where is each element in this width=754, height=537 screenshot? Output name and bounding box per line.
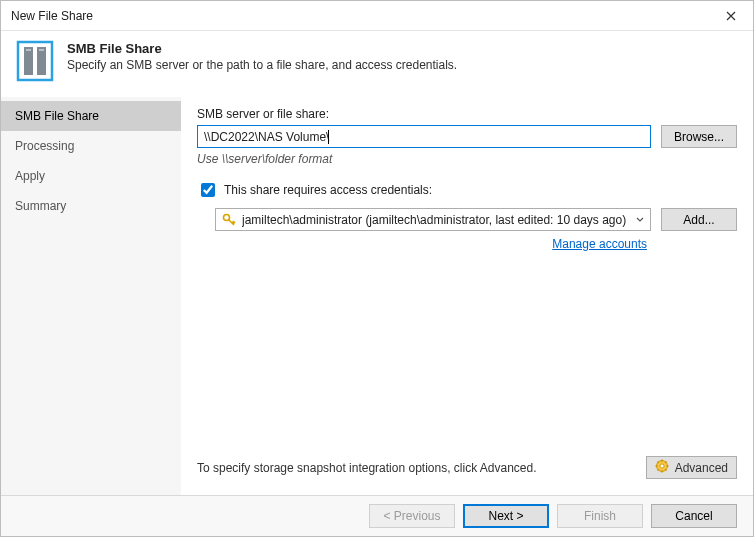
sidebar-item-apply[interactable]: Apply — [1, 161, 181, 191]
svg-line-14 — [665, 462, 666, 463]
svg-line-15 — [657, 469, 658, 470]
finish-button: Finish — [557, 504, 643, 528]
file-share-icon — [15, 39, 55, 83]
wizard-footer: < Previous Next > Finish Cancel — [1, 495, 753, 536]
credentials-combo-text: jamiltech\administrator (jamiltech\admin… — [242, 213, 630, 227]
credentials-row: jamiltech\administrator (jamiltech\admin… — [197, 208, 737, 231]
svg-rect-4 — [39, 49, 44, 51]
svg-rect-3 — [26, 49, 31, 51]
sidebar-item-processing[interactable]: Processing — [1, 131, 181, 161]
server-row: \\DC2022\NAS Volume\ Browse... — [197, 125, 737, 148]
credentials-checkbox-label: This share requires access credentials: — [224, 183, 432, 197]
header-texts: SMB File Share Specify an SMB server or … — [67, 39, 457, 83]
manage-accounts-link[interactable]: Manage accounts — [552, 237, 647, 251]
cancel-button[interactable]: Cancel — [651, 504, 737, 528]
browse-button[interactable]: Browse... — [661, 125, 737, 148]
svg-rect-0 — [18, 42, 52, 80]
svg-rect-1 — [24, 47, 33, 75]
server-label: SMB server or file share: — [197, 107, 737, 121]
step-sidebar: SMB File Share Processing Apply Summary — [1, 97, 181, 495]
dialog-body: SMB File Share Processing Apply Summary … — [1, 97, 753, 495]
svg-point-7 — [660, 464, 664, 468]
credentials-checkbox-row: This share requires access credentials: — [197, 180, 737, 200]
main-panel: SMB server or file share: \\DC2022\NAS V… — [181, 97, 753, 495]
sidebar-item-smb-file-share[interactable]: SMB File Share — [1, 101, 181, 131]
header-title: SMB File Share — [67, 41, 457, 56]
advanced-hint-text: To specify storage snapshot integration … — [197, 461, 537, 475]
advanced-hint-row: To specify storage snapshot integration … — [197, 456, 737, 487]
svg-rect-2 — [37, 47, 46, 75]
svg-line-13 — [665, 469, 666, 470]
dialog-header: SMB File Share Specify an SMB server or … — [1, 31, 753, 97]
svg-line-12 — [657, 462, 658, 463]
add-credential-button[interactable]: Add... — [661, 208, 737, 231]
manage-accounts-row: Manage accounts — [197, 237, 737, 251]
format-hint: Use \\server\folder format — [197, 152, 737, 166]
gear-icon — [655, 459, 669, 476]
key-icon — [222, 213, 236, 227]
window-title: New File Share — [11, 9, 709, 23]
close-icon — [726, 11, 736, 21]
close-button[interactable] — [709, 1, 753, 31]
sidebar-item-summary[interactable]: Summary — [1, 191, 181, 221]
chevron-down-icon — [636, 214, 644, 225]
previous-button: < Previous — [369, 504, 455, 528]
credentials-checkbox[interactable] — [201, 183, 215, 197]
header-subtitle: Specify an SMB server or the path to a f… — [67, 58, 457, 72]
next-button[interactable]: Next > — [463, 504, 549, 528]
credentials-combo[interactable]: jamiltech\administrator (jamiltech\admin… — [215, 208, 651, 231]
titlebar: New File Share — [1, 1, 753, 31]
advanced-button[interactable]: Advanced — [646, 456, 737, 479]
server-input[interactable]: \\DC2022\NAS Volume\ — [197, 125, 651, 148]
dialog-window: New File Share SMB File Share Specify an… — [0, 0, 754, 537]
